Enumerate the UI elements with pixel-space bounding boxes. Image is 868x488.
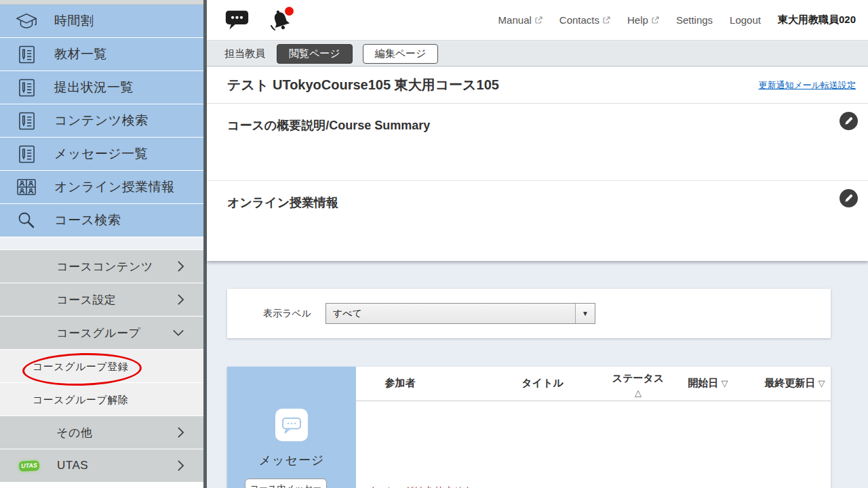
column-header-start-date[interactable]: 開始日 ▽ [688,377,728,390]
filter-panel: 表示ラベル すべて ▼ [227,289,831,338]
message-category-cell: メッセージ コース内メッセー [227,367,356,488]
chevron-right-icon [177,260,184,272]
sidebar-item-course-group-release[interactable]: コースグループ解除 [0,383,203,415]
search-icon [15,211,38,230]
sidebar-item-course-group[interactable]: コースグループ [0,317,203,349]
help-link[interactable]: Help [627,14,659,26]
edit-summary-button[interactable] [840,112,858,130]
chevron-right-icon [177,460,184,472]
empty-message-clipped: メッセージはありません。 [366,484,482,488]
sidebar-item-message-list[interactable]: メッセージ一覧 [0,138,203,170]
topbar: Manual Contacts Help Settings Logout 東大用… [207,0,868,41]
tabbar: 担当教員 閲覧ページ 編集ページ [207,41,868,66]
role-label: 担当教員 [224,47,265,60]
sidebar-item-label: コンテンツ検索 [54,112,149,129]
contacts-link[interactable]: Contacts [559,14,610,26]
online-class-info-section: オンライン授業情報 [207,181,868,260]
sidebar-item-label: メッセージ一覧 [54,145,148,163]
course-message-button[interactable]: コース内メッセー [245,479,327,488]
clipboard-icon [15,45,38,64]
sidebar-item-course-group-register[interactable]: コースグループ登録 [0,350,203,382]
page-title: テスト UTokyoCourse105 東大用コース105 [227,76,499,94]
column-header-last-updated[interactable]: 最終更新日 ▽ [764,377,825,390]
logout-link[interactable]: Logout [730,14,761,26]
messages-icon[interactable] [224,9,250,31]
notifications-bell-icon[interactable] [269,8,293,33]
sidebar-item-label: コースコンテンツ [56,259,153,274]
utas-logo: UTAS [18,461,41,471]
sidebar-item-course-contents[interactable]: コースコンテンツ [0,250,203,283]
topbar-links: Manual Contacts Help Settings Logout 東大用… [498,14,856,26]
clipboard-icon [15,78,38,98]
column-header-title[interactable]: タイトル [521,377,563,390]
external-link-icon [602,16,610,24]
edit-online-class-button[interactable] [840,189,858,207]
external-link-icon [651,16,659,24]
main-area: Manual Contacts Help Settings Logout 東大用… [207,0,868,488]
username: 東大用教職員020 [778,14,856,26]
course-card: テスト UTokyoCourse105 東大用コース105 更新通知メール転送設… [207,67,868,261]
selected-value: すべて [333,308,575,320]
dropdown-arrow-icon: ▼ [575,304,595,323]
table-header-row: 参加者 タイトル ステータス △ 開始日 ▽ 最終更新日 ▽ [356,367,831,401]
column-header-status[interactable]: ステータス △ [612,371,664,399]
sort-desc-icon: ▽ [722,378,728,388]
chevron-down-icon [172,329,184,337]
sidebar-item-label: オンライン授業情報 [54,178,175,196]
message-bubble-icon [275,409,308,441]
tab-edit-page[interactable]: 編集ページ [363,44,439,64]
course-summary-section: コースの概要説明/Course Summary [207,104,868,181]
sidebar-item-course-search[interactable]: コース検索 [0,204,203,237]
settings-link[interactable]: Settings [676,14,713,26]
sidebar-item-label: コース設定 [56,292,116,308]
sidebar-item-course-settings[interactable]: コース設定 [0,283,203,316]
sidebar-item-others[interactable]: その他 [0,416,203,449]
label-filter-select[interactable]: すべて ▼ [326,303,595,324]
sidebar-item-label: コースグループ登録 [33,361,128,373]
message-panel-title: メッセージ [227,452,356,468]
sidebar-item-materials[interactable]: 教材一覧 [0,38,203,70]
sort-desc-icon: ▽ [818,378,825,388]
sidebar: 時間割 教材一覧 提出状況一覧 [0,0,203,488]
sidebar-item-content-search[interactable]: コンテンツ検索 [0,104,203,137]
sidebar-item-label: コース検索 [54,211,121,229]
sidebar-item-label: UTAS [57,459,88,472]
external-link-icon [534,16,542,24]
tab-view-page[interactable]: 閲覧ページ [277,44,353,64]
sidebar-item-label: 提出状況一覧 [54,79,134,96]
message-table-panel: メッセージ コース内メッセー 参加者 タイトル ステータス △ 開始日 ▽ 最終… [227,367,831,488]
sidebar-item-label: コースグループ [56,325,141,341]
chevron-right-icon [177,293,184,306]
section-title: オンライン授業情報 [227,195,338,211]
manual-link[interactable]: Manual [498,14,542,26]
display-label: 表示ラベル [263,308,311,320]
pencil-icon [844,116,854,126]
section-title: コースの概要説明/Course Summary [227,117,430,134]
sidebar-item-submission-status[interactable]: 提出状況一覧 [0,71,203,104]
sidebar-item-online-class-info[interactable]: オンライン授業情報 [0,171,203,203]
sidebar-item-label: その他 [56,425,92,441]
video-grid-icon [15,178,38,196]
sort-asc-icon: △ [635,388,642,398]
sidebar-item-utas[interactable]: UTAS UTAS [0,449,203,482]
sidebar-top-strip [0,0,203,5]
graduation-cap-icon [15,12,38,30]
clipboard-icon [15,111,38,131]
chevron-right-icon [177,426,184,439]
mail-forward-settings-link[interactable]: 更新通知メール転送設定 [758,79,856,92]
sidebar-item-label: 教材一覧 [54,45,107,63]
notification-badge [285,7,294,16]
sidebar-item-label: 時間割 [54,12,94,30]
sidebar-item-label: コースグループ解除 [33,394,128,407]
pencil-icon [844,193,854,203]
sidebar-item-timetable[interactable]: 時間割 [0,5,203,37]
clipboard-icon [15,144,38,164]
column-header-participants[interactable]: 参加者 [385,377,416,390]
sidebar-gap [0,237,203,249]
